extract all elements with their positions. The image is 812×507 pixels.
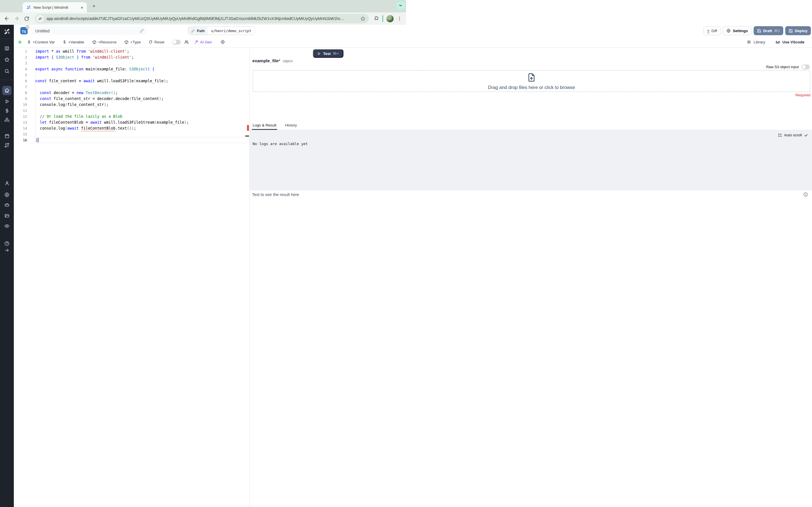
add-variable-button[interactable]: +Variable [63, 40, 84, 44]
no-logs-text: No logs are available yet [253, 142, 308, 146]
forward-button[interactable] [13, 15, 20, 22]
tab-search-button[interactable] [396, 2, 405, 9]
test-shortcut: ⌘↵ [333, 52, 339, 55]
edit-title-icon[interactable] [140, 29, 144, 33]
sidebar-item-resources[interactable] [0, 116, 14, 123]
script-title[interactable]: Untitled [35, 29, 140, 33]
bookmark-star-icon[interactable] [360, 16, 365, 21]
sidebar-expand-icon[interactable] [0, 247, 14, 253]
tab-close-icon[interactable]: × [80, 5, 84, 10]
sidebar-item-variables[interactable] [0, 107, 14, 114]
panel-tabs: Logs & Result History [250, 121, 406, 130]
overview-error-marker [247, 125, 249, 131]
script-title-input[interactable]: Untitled [31, 26, 147, 35]
sidebar-item-flows[interactable] [0, 142, 14, 149]
back-button[interactable] [4, 15, 10, 22]
logs-area: Auto scroll No logs are available yet [250, 130, 406, 190]
sidebar-item-help[interactable] [0, 240, 14, 247]
arg-name: example_file* [252, 58, 280, 63]
editor-gutter[interactable]: 12345678910111213141516 [14, 48, 29, 143]
path-chip[interactable]: Path u/henri/demo_script [188, 26, 255, 35]
browser-tab-bar: New Script | Windmill × + [0, 0, 406, 12]
typescript-badge: TS [20, 27, 28, 34]
sidebar-divider [0, 39, 14, 39]
dollar-icon [27, 40, 31, 44]
url-text[interactable]: app.windmill.dev/scripts/add#JTdCJTIyaGF… [47, 16, 358, 21]
editor-settings-icon[interactable] [220, 40, 225, 44]
windmill-favicon [27, 5, 31, 10]
browser-tab[interactable]: New Script | Windmill × [22, 2, 87, 12]
sidebar-divider [0, 80, 14, 80]
reset-button[interactable]: Reset [149, 40, 164, 44]
windmill-logo-icon[interactable] [0, 28, 14, 35]
code-editor[interactable]: 12345678910111213141516 import * as wmil… [14, 48, 249, 253]
tab-title: New Script | Windmill [34, 5, 80, 10]
refresh-icon [149, 40, 153, 44]
connection-status-dot [18, 41, 21, 44]
multiplayer-toggle[interactable] [172, 40, 181, 45]
sidebar-item-workspace[interactable] [0, 45, 14, 52]
required-asterisk: * [278, 58, 280, 63]
text-cursor [38, 138, 38, 143]
browser-menu-icon[interactable] [397, 16, 402, 21]
tab-history[interactable]: History [285, 123, 297, 130]
sidebar-item-folders[interactable] [0, 212, 14, 219]
profile-avatar[interactable] [386, 15, 394, 22]
tab-logs-result[interactable]: Logs & Result [253, 123, 276, 130]
overview-cursor-marker [245, 135, 249, 136]
package-icon [124, 40, 129, 44]
result-area: Test to see the result here [252, 192, 406, 197]
result-placeholder: Test to see the result here [252, 192, 406, 197]
sidebar-item-favorites[interactable] [0, 56, 14, 63]
add-context-var-button[interactable]: +Context Var [27, 40, 55, 44]
extensions-icon[interactable] [374, 16, 379, 21]
multiplayer-users-icon [184, 40, 189, 45]
add-resource-button[interactable]: +Resource [92, 40, 117, 44]
sidebar-item-users[interactable] [0, 180, 14, 187]
test-button[interactable]: Test ⌘↵ [313, 49, 343, 58]
app-sidebar [0, 25, 14, 253]
workspace-emoji-badge [26, 25, 30, 29]
sidebar-item-workers[interactable] [0, 202, 14, 208]
chevron-down-icon [398, 3, 403, 8]
site-info-icon[interactable] [36, 15, 44, 22]
path-label: Path [197, 29, 205, 33]
file-dropzone[interactable]: Drag and drop files here or click to bro… [253, 70, 406, 92]
wand-icon [194, 40, 199, 44]
ai-gen-button[interactable]: AI Gen [194, 40, 212, 44]
arg-type: object [283, 59, 293, 63]
browser-toolbar: app.windmill.dev/scripts/add#JTdCJTIyaGF… [0, 12, 406, 25]
script-header: TS Untitled Path u/henri/demo_script ± D… [14, 25, 406, 37]
sidebar-item-settings[interactable] [0, 191, 14, 198]
add-type-button[interactable]: +Type [124, 40, 141, 44]
play-icon [317, 52, 321, 55]
editor-toolbar: +Context Var +Variable +Resource +Type R… [14, 37, 406, 48]
sidebar-item-audit-logs[interactable] [0, 223, 14, 229]
path-value: u/henri/demo_script [207, 27, 255, 35]
reload-button[interactable] [23, 15, 30, 22]
sidebar-item-home[interactable] [2, 86, 11, 95]
edit-path-icon [191, 29, 195, 33]
toolbar-separator [382, 15, 383, 22]
sidebar-item-schedules[interactable] [0, 133, 14, 139]
dollar-icon [63, 40, 66, 44]
new-tab-button[interactable]: + [90, 3, 98, 10]
sidebar-item-search[interactable] [0, 68, 14, 74]
address-bar[interactable]: app.windmill.dev/scripts/add#JTdCJTIyaGF… [35, 14, 369, 23]
browser-actions [374, 15, 403, 22]
test-panel: Test ⌘↵ example_file* object Raw S3 obje… [249, 48, 406, 253]
package-icon [92, 40, 96, 44]
sidebar-item-runs[interactable] [0, 98, 14, 105]
code-lines[interactable]: import * as wmill from 'windmill-client'… [35, 48, 249, 143]
